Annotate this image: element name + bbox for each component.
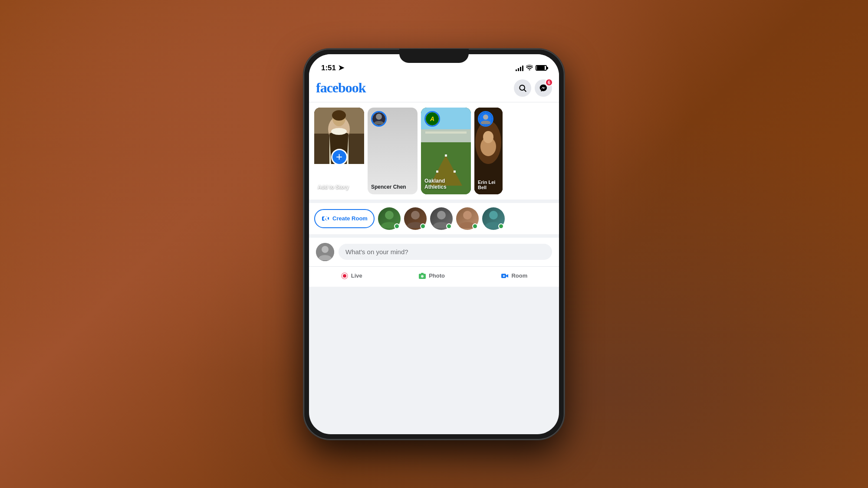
friend-avatar-5[interactable] xyxy=(482,207,505,230)
room-button[interactable]: + Room xyxy=(496,269,533,283)
online-indicator xyxy=(420,223,426,229)
svg-point-7 xyxy=(331,128,347,135)
friend-avatar-3[interactable] xyxy=(430,207,453,230)
friend-avatar-2[interactable] xyxy=(404,207,427,230)
online-indicator xyxy=(446,223,452,229)
svg-point-25 xyxy=(411,211,420,219)
signal-icon xyxy=(516,65,523,71)
erin-lei-bell-avatar xyxy=(478,111,493,127)
svg-text:+: + xyxy=(503,275,505,278)
svg-rect-11 xyxy=(425,131,467,134)
svg-point-30 xyxy=(322,246,329,253)
svg-point-27 xyxy=(463,211,472,219)
add-story-plus-icon: + xyxy=(331,149,348,165)
facebook-header: facebook 6 xyxy=(309,76,559,102)
svg-point-20 xyxy=(483,115,488,120)
live-button[interactable]: Live xyxy=(335,269,368,283)
friend-avatar-4[interactable] xyxy=(456,207,479,230)
composer-placeholder: What's on your mind? xyxy=(345,248,408,255)
spencer-chen-card[interactable]: Spencer Chen xyxy=(368,108,418,194)
phone-device: 1:51 ➤ xyxy=(304,49,564,439)
svg-rect-13 xyxy=(445,154,447,157)
status-time: 1:51 ➤ xyxy=(321,63,344,72)
svg-point-26 xyxy=(437,211,446,219)
erin-lei-bell-card[interactable]: Erin Lei Bell xyxy=(474,108,503,194)
stories-section: + Add to Story Spencer Chen xyxy=(309,102,559,200)
wifi-icon xyxy=(526,65,533,72)
active-friends-section: + Create Room xyxy=(309,203,559,234)
facebook-logo: facebook xyxy=(316,80,366,96)
phone-notch xyxy=(399,49,469,63)
photo-label: Photo xyxy=(429,272,445,279)
svg-rect-14 xyxy=(436,170,438,173)
post-composer-input[interactable]: What's on your mind? xyxy=(339,244,552,260)
friend-avatar-1[interactable] xyxy=(378,207,401,230)
post-composer: What's on your mind? xyxy=(309,238,559,266)
svg-rect-35 xyxy=(421,273,424,274)
svg-point-34 xyxy=(421,275,424,278)
add-to-story-card[interactable]: + Add to Story xyxy=(314,108,364,194)
online-indicator xyxy=(498,223,504,229)
messenger-badge: 6 xyxy=(545,79,553,86)
svg-point-19 xyxy=(483,131,493,143)
svg-line-1 xyxy=(524,89,526,92)
svg-rect-10 xyxy=(421,129,471,142)
room-label: Room xyxy=(511,272,527,279)
post-actions-bar: Live Photo + xyxy=(309,266,559,287)
header-icons: 6 xyxy=(514,79,552,97)
svg-point-28 xyxy=(489,211,498,219)
photo-button[interactable]: Photo xyxy=(413,269,450,283)
svg-rect-15 xyxy=(454,170,456,173)
spencer-chen-avatar xyxy=(371,111,387,127)
create-room-label: Create Room xyxy=(332,215,368,222)
svg-point-0 xyxy=(519,85,525,90)
create-room-button[interactable]: + Create Room xyxy=(314,209,375,228)
svg-text:+: + xyxy=(325,217,327,221)
battery-icon xyxy=(536,65,547,71)
add-to-story-label: Add to Story xyxy=(318,184,361,190)
search-button[interactable] xyxy=(514,79,531,97)
spencer-chen-label: Spencer Chen xyxy=(371,184,414,190)
screen-content: facebook 6 xyxy=(309,76,559,434)
status-icons xyxy=(516,65,547,72)
svg-point-8 xyxy=(376,114,382,120)
svg-point-24 xyxy=(385,211,394,219)
svg-point-31 xyxy=(343,274,346,278)
messenger-button[interactable]: 6 xyxy=(535,79,552,97)
oakland-athletics-label: OaklandAthletics xyxy=(424,178,467,190)
online-indicator xyxy=(472,223,478,229)
oakland-athletics-card[interactable]: A OaklandAthletics xyxy=(421,108,471,194)
live-label: Live xyxy=(351,272,362,279)
svg-point-6 xyxy=(332,110,346,121)
oakland-athletics-avatar: A xyxy=(424,111,440,127)
online-indicator xyxy=(394,223,400,229)
phone-screen: 1:51 ➤ xyxy=(309,54,559,434)
user-avatar xyxy=(316,243,334,261)
erin-lei-bell-label: Erin Lei Bell xyxy=(478,180,499,190)
